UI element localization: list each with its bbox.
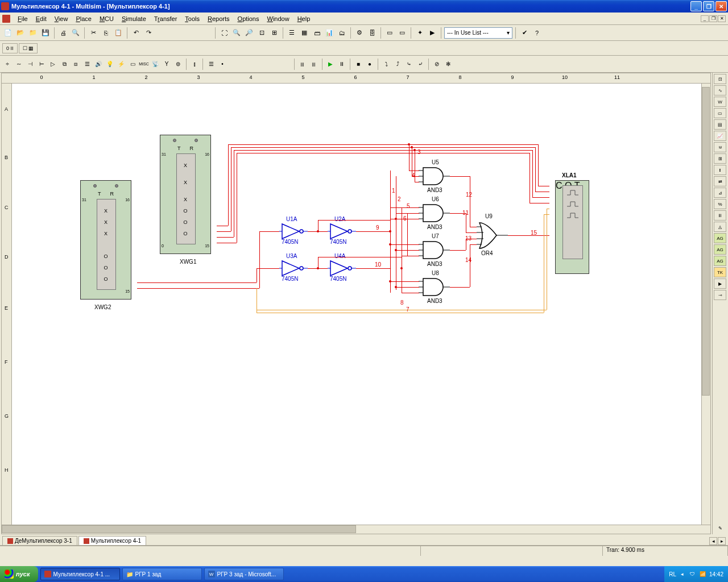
menu-tools[interactable]: Tools: [181, 14, 204, 23]
menu-view[interactable]: View: [51, 14, 72, 23]
agilent-fg-instrument[interactable]: AG: [714, 233, 726, 243]
agilent-scope-instrument[interactable]: AG: [714, 256, 726, 266]
place-electromech-button[interactable]: Y: [162, 59, 172, 69]
hierarchical-button[interactable]: ☰: [206, 59, 216, 69]
place-bus-button[interactable]: ⫿: [189, 59, 200, 69]
component-u3a[interactable]: [279, 260, 308, 277]
copy-button[interactable]: ⎘: [100, 27, 111, 39]
component-xwg1[interactable]: T R X X X O O O 31 16 15 0: [160, 135, 211, 254]
probe-tool[interactable]: ✎: [714, 523, 726, 533]
mdi-minimize-button[interactable]: _: [701, 15, 709, 22]
view-mode-2[interactable]: ☐ ▦: [19, 43, 38, 53]
place-misc-digital-button[interactable]: ☰: [82, 59, 92, 69]
zoom-area-button[interactable]: ⊡: [256, 27, 267, 39]
word-gen-instrument[interactable]: ⊞: [714, 153, 726, 164]
function-gen-instrument[interactable]: ∿: [714, 85, 726, 95]
place-misc-button[interactable]: ▭: [127, 59, 138, 69]
doctab-demux[interactable]: ДеМультиплексор 3-1: [2, 536, 77, 545]
record-button[interactable]: ●: [365, 59, 375, 69]
bode-instrument[interactable]: 📈: [714, 131, 726, 141]
step-back-button[interactable]: ⤶: [415, 59, 425, 69]
place-diode-button[interactable]: ⊣: [25, 59, 35, 69]
component-xla1[interactable]: C Q T: [555, 180, 589, 274]
agilent-mm-instrument[interactable]: AG: [714, 244, 726, 255]
zoom-in-button[interactable]: 🔍: [231, 27, 242, 39]
oscilloscope-instrument[interactable]: ▭: [714, 108, 726, 118]
step-over-button[interactable]: ⤴: [392, 59, 403, 69]
current-probe-instrument[interactable]: ⊸: [714, 290, 726, 300]
component-u4a[interactable]: [328, 260, 356, 277]
help-button[interactable]: ?: [531, 27, 543, 39]
spectrum-instrument[interactable]: ⫼: [714, 210, 726, 221]
spreadsheet-button[interactable]: ▦: [299, 27, 310, 39]
edit-component-button[interactable]: ▶: [427, 27, 438, 39]
zoom-fullscreen-button[interactable]: ⛶: [218, 27, 230, 39]
logic-converter-instrument[interactable]: ⇄: [714, 176, 726, 186]
taskbar-item-multisim[interactable]: Мультиплексор 4-1 ...: [40, 568, 120, 580]
menu-file[interactable]: FFileile: [14, 14, 32, 23]
taskbar-item-word[interactable]: WРГР 3 зад - Microsoft...: [204, 568, 284, 580]
distortion-instrument[interactable]: %: [714, 199, 726, 209]
paste-button[interactable]: 📋: [113, 27, 124, 39]
taskbar-item-folder1[interactable]: 📁РГР 1 зад: [122, 568, 202, 580]
4ch-scope-instrument[interactable]: ▤: [714, 119, 726, 130]
save-button[interactable]: 💾: [40, 27, 51, 39]
zoom-out-button[interactable]: 🔎: [243, 27, 255, 39]
menu-options[interactable]: Options: [234, 14, 263, 23]
system-tray[interactable]: RL ◂ 🛡 📶 14:42: [664, 566, 728, 582]
labview-instrument[interactable]: ▶: [714, 278, 726, 289]
place-transistor-button[interactable]: ⊢: [36, 59, 47, 69]
tray-icon-1[interactable]: ◂: [679, 570, 686, 578]
new-button[interactable]: 📄: [2, 27, 14, 39]
language-indicator[interactable]: RL: [669, 571, 676, 577]
check-button[interactable]: ✔: [519, 27, 530, 39]
tray-icon-3[interactable]: 📶: [699, 570, 707, 578]
open-button[interactable]: 📂: [15, 27, 26, 39]
sim-settings-1-button[interactable]: ⫼: [297, 59, 308, 69]
breadboard-button[interactable]: ▭: [396, 27, 408, 39]
tray-icon-2[interactable]: 🛡: [689, 570, 697, 578]
menu-transfer[interactable]: Transfer: [150, 14, 181, 23]
in-use-list-dropdown[interactable]: --- In Use List ---▾: [444, 27, 512, 39]
menu-window[interactable]: Window: [263, 14, 293, 23]
menu-reports[interactable]: Reports: [204, 14, 234, 23]
schematic-canvas[interactable]: T R X X X O O O 31 16 15 XWG2: [12, 84, 710, 525]
menu-simulate[interactable]: Simulate: [118, 14, 150, 23]
place-analog-button[interactable]: ▷: [48, 59, 58, 69]
place-cmos-button[interactable]: ⧈: [71, 59, 81, 69]
grapher-button[interactable]: 📊: [324, 27, 335, 39]
postprocessor-button[interactable]: 🗂: [336, 27, 348, 39]
place-power-button[interactable]: ⚡: [116, 59, 126, 69]
clock[interactable]: 14:42: [709, 571, 723, 577]
place-ni-button[interactable]: ⊚: [173, 59, 183, 69]
database-button[interactable]: 🗃: [311, 27, 322, 39]
iv-analyzer-instrument[interactable]: ⊿: [714, 188, 726, 198]
doctab-mux[interactable]: Мультиплексор 4-1: [78, 536, 146, 545]
mdi-restore-button[interactable]: ❐: [709, 15, 717, 22]
minimize-button[interactable]: _: [690, 1, 702, 11]
horizontal-scrollbar[interactable]: [2, 525, 710, 534]
redo-button[interactable]: ↷: [143, 27, 154, 39]
restore-button[interactable]: ❐: [703, 1, 714, 11]
breakpoint-button[interactable]: ⊘: [432, 59, 442, 69]
place-advanced-button[interactable]: MISC: [139, 59, 149, 69]
print-button[interactable]: 🖨: [57, 27, 69, 39]
tabs-scroll-right[interactable]: ▸: [718, 537, 726, 545]
undo-button[interactable]: ↶: [130, 27, 142, 39]
step-out-button[interactable]: ⤷: [404, 59, 414, 69]
step-into-button[interactable]: ⤵: [381, 59, 391, 69]
cut-button[interactable]: ✂: [88, 27, 99, 39]
place-source-button[interactable]: ÷: [2, 59, 13, 69]
create-component-button[interactable]: ✦: [414, 27, 425, 39]
place-mixed-button[interactable]: 🔊: [93, 59, 104, 69]
sim-settings-2-button[interactable]: ⫼: [309, 59, 319, 69]
place-rf-button[interactable]: 📡: [150, 59, 160, 69]
database-manager-button[interactable]: 🗄: [366, 27, 378, 39]
stop-button[interactable]: ■: [353, 59, 363, 69]
component-xwg2[interactable]: T R X X X O O O 31 16 15: [80, 180, 131, 300]
place-junction-button[interactable]: •: [217, 59, 228, 69]
view-mode-1[interactable]: 0 II: [2, 43, 18, 53]
pause-button[interactable]: ⏸: [337, 59, 347, 69]
run-button[interactable]: ▶: [325, 59, 336, 69]
component-u5[interactable]: [419, 165, 453, 190]
